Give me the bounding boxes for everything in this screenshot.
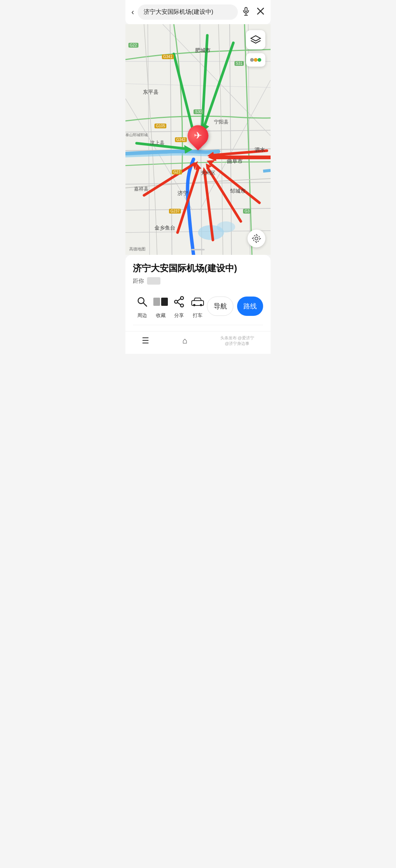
nearby-label: 周边 <box>137 312 147 319</box>
search-bar[interactable]: 济宁大安国际机场(建设中) <box>138 4 238 20</box>
bottom-nav: ☰ ⌂ 头条发布 @爱济宁@济宁身边事 <box>125 331 271 354</box>
airport-pin[interactable]: ✈ <box>188 125 208 149</box>
map-location-button[interactable] <box>248 230 265 247</box>
map-area[interactable]: ✈ G22 G341 S31 S30 G105 G342 G27 G237 G3… <box>125 24 271 255</box>
share-label: 分享 <box>174 312 184 319</box>
close-icon[interactable] <box>256 7 265 17</box>
collect-icons <box>153 298 168 306</box>
search-icon <box>136 296 148 308</box>
collect-gray-icon <box>153 298 160 306</box>
drag-handle <box>191 249 205 250</box>
collect-dark-icon <box>161 298 168 306</box>
share-button[interactable]: 分享 <box>170 294 188 319</box>
distance-info: 距你 <box>133 277 263 285</box>
place-title: 济宁大安国际机场(建设中) <box>133 262 263 274</box>
svg-point-45 <box>250 58 254 62</box>
taxi-button[interactable]: 打车 <box>188 294 207 319</box>
nav-menu-button[interactable]: ☰ <box>142 336 149 346</box>
svg-point-48 <box>255 237 258 240</box>
header-icons <box>242 7 265 18</box>
svg-point-57 <box>175 300 178 303</box>
taxi-icon <box>191 297 204 307</box>
svg-point-47 <box>258 58 261 62</box>
svg-line-60 <box>178 302 181 305</box>
distance-label: 距你 <box>133 278 144 285</box>
svg-point-49 <box>253 235 260 242</box>
svg-line-55 <box>143 303 147 306</box>
svg-point-62 <box>193 304 195 306</box>
action-row: 周边 收藏 分享 <box>133 292 263 325</box>
share-icon <box>173 296 185 308</box>
home-icon: ⌂ <box>182 336 187 346</box>
back-button[interactable]: ‹ <box>131 7 134 17</box>
collect-label: 收藏 <box>156 312 166 319</box>
svg-point-63 <box>200 304 202 306</box>
svg-point-56 <box>181 297 183 300</box>
nav-watermark: 头条发布 @爱济宁@济宁身边事 <box>220 335 254 346</box>
menu-icon: ☰ <box>142 336 149 346</box>
nearby-button[interactable]: 周边 <box>133 294 151 319</box>
search-text: 济宁大安国际机场(建设中) <box>144 8 213 16</box>
svg-line-59 <box>178 299 181 301</box>
collect-button[interactable]: 收藏 <box>151 294 170 319</box>
taxi-label: 打车 <box>193 312 202 319</box>
gaode-label: 高德地图 <box>129 246 146 252</box>
watermark-text: 头条发布 @爱济宁@济宁身边事 <box>220 335 254 346</box>
svg-point-58 <box>181 304 183 307</box>
info-panel: 济宁大安国际机场(建设中) 距你 周边 收藏 <box>125 255 271 331</box>
svg-rect-0 <box>245 7 247 12</box>
mic-icon[interactable] <box>242 7 250 18</box>
svg-point-46 <box>254 58 258 62</box>
navigate-button[interactable]: 导航 <box>207 297 234 316</box>
map-dots-button[interactable] <box>246 53 265 67</box>
header: ‹ 济宁大安国际机场(建设中) <box>125 0 271 24</box>
route-button[interactable]: 路线 <box>237 297 263 316</box>
svg-point-22 <box>217 221 235 233</box>
airplane-icon: ✈ <box>194 130 202 141</box>
nav-home-button[interactable]: ⌂ <box>182 336 187 346</box>
map-layers-button[interactable] <box>246 30 265 49</box>
distance-value-box <box>147 277 160 285</box>
